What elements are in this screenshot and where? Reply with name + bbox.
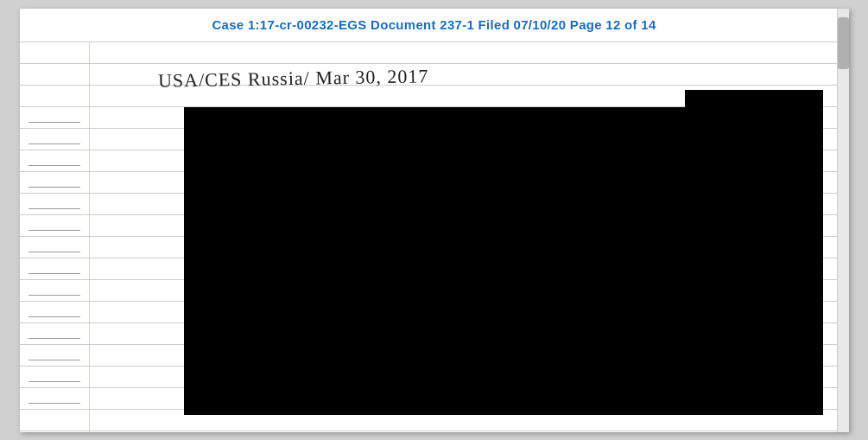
document-header: Case 1:17-cr-00232-EGS Document 237-1 Fi… (20, 9, 849, 42)
margin-mark (29, 208, 80, 209)
left-margin-marks (29, 112, 175, 415)
margin-mark (29, 403, 80, 404)
document-body: USA/CES Russia/ Mar 30, 2017 (20, 42, 849, 432)
margin-mark (29, 230, 80, 231)
margin-mark (29, 187, 80, 188)
margin-mark (29, 273, 80, 274)
margin-mark (29, 295, 80, 296)
margin-mark (29, 165, 80, 166)
handwritten-text: USA/CES Russia/ Mar 30, 2017 (157, 65, 428, 92)
margin-mark (29, 381, 80, 382)
redacted-main-block (184, 107, 823, 415)
margin-mark (29, 143, 80, 144)
margin-mark (29, 360, 80, 360)
case-header-text: Case 1:17-cr-00232-EGS Document 237-1 Fi… (212, 17, 656, 32)
margin-mark (29, 316, 80, 317)
redacted-tab-block (685, 90, 823, 109)
margin-mark (29, 338, 80, 339)
document-page: Case 1:17-cr-00232-EGS Document 237-1 Fi… (20, 9, 849, 432)
margin-mark (29, 252, 80, 252)
margin-mark (29, 122, 80, 123)
